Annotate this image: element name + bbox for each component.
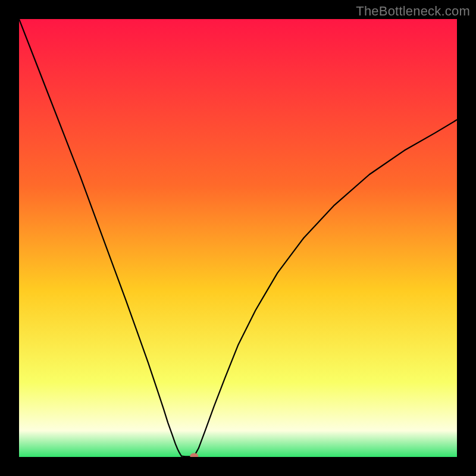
bottleneck-chart <box>19 19 457 457</box>
watermark-text: TheBottleneck.com <box>356 4 470 19</box>
gradient-background <box>19 19 457 457</box>
